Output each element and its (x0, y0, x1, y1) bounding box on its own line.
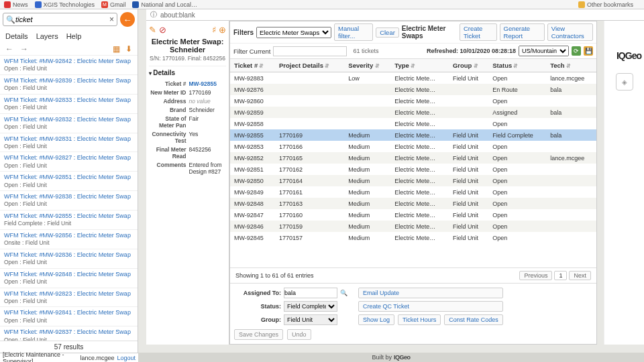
link-icon[interactable]: ♯ (212, 25, 216, 35)
table-row[interactable]: MW-928511770162MediumElectric Mete…Field… (230, 164, 596, 175)
table-row[interactable]: MW-928491770161MediumElectric Mete…Field… (230, 186, 596, 198)
save-icon[interactable]: 💾 (584, 46, 593, 56)
footer-built: Built by IQGeo (138, 353, 644, 362)
tab-layers[interactable]: Layers (36, 32, 58, 40)
table-row[interactable]: MW-928481770163MediumElectric Mete…Field… (230, 198, 596, 209)
nav-next-icon[interactable]: → (20, 44, 28, 54)
group-title: Electric Meter Swaps (402, 25, 454, 40)
bookmarks-bar: News XGIS Technologies MGmail National a… (0, 0, 644, 9)
table-row[interactable]: MW-928521770165MediumElectric Mete…Field… (230, 152, 596, 164)
detail-title-2: Schneider (149, 46, 226, 54)
result-item[interactable]: WFM Ticket: #MW-92827 : Electric Meter S… (0, 152, 138, 171)
result-item[interactable]: WFM Ticket: #MW-92838 : Electric Meter S… (0, 190, 138, 210)
show-log-button[interactable]: Show Log (358, 314, 394, 325)
table-row[interactable]: MW-92860Electric Mete…Open (230, 95, 596, 107)
clear-search-icon[interactable]: × (109, 15, 114, 24)
result-item[interactable]: WFM Ticket: #MW-92856 : Electric Meter S… (0, 229, 138, 249)
showing-text: Showing 1 to 61 of 61 entries (235, 272, 314, 279)
detail-serial: S/N: 1770169. Final: 8452256 (149, 54, 226, 66)
create-ticket-button[interactable]: Create Ticket (460, 23, 497, 41)
detail-section-header[interactable]: Details (149, 69, 226, 76)
ticket-hours-button[interactable]: Ticket Hours (398, 314, 441, 325)
table-row[interactable]: MW-928531770166MediumElectric Mete…Field… (230, 141, 596, 152)
result-item[interactable]: WFM Ticket: #MW-92831 : Electric Meter S… (0, 133, 138, 152)
result-item[interactable]: WFM Ticket: #MW-92833 : Electric Meter S… (0, 94, 138, 113)
detail-panel: ✎ ⊘ ♯ ⊕ Electric Meter Swap: Schneider S… (146, 21, 229, 345)
column-header[interactable]: Ticket # (230, 59, 275, 72)
bookmark-item[interactable]: News (4, 1, 28, 8)
search-icon[interactable]: 🔍 (340, 290, 347, 296)
filter-select[interactable]: Electric Meter Swaps (256, 27, 331, 38)
column-header[interactable]: Project Details (275, 59, 344, 72)
column-header[interactable]: Group (449, 59, 488, 72)
result-item[interactable]: WFM Ticket: #MW-92855 : Electric Meter S… (0, 210, 138, 229)
result-item[interactable]: WFM Ticket: #MW-92832 : Electric Meter S… (0, 113, 138, 133)
tab-help[interactable]: Help (66, 32, 82, 40)
email-update-button[interactable]: Email Update (358, 288, 503, 298)
grid-icon[interactable]: ▦ (113, 44, 120, 54)
table-row[interactable]: MW-928471770160MediumElectric Mete…Field… (230, 209, 596, 221)
table-row[interactable]: MW-928451770157MediumElectric Mete…Field… (230, 232, 596, 243)
table-row[interactable]: MW-92876Electric Mete…En Routebala (230, 84, 596, 95)
download-icon[interactable]: ⬇ (125, 44, 132, 54)
sidebar-tabs: Details Layers Help (0, 29, 138, 43)
other-bookmarks[interactable]: Other bookmarks (578, 1, 633, 8)
back-button[interactable]: ← (120, 12, 135, 27)
results-list: WFM Ticket: #MW-92842 : Electric Meter S… (0, 55, 138, 341)
status-select[interactable]: Field Complete (284, 301, 337, 312)
nav-prev-icon[interactable]: ← (5, 44, 13, 54)
tz-select[interactable]: US/Mountain (519, 46, 569, 56)
bookmark-item[interactable]: National and Local… (132, 1, 197, 8)
generate-report-button[interactable]: Generate Report (500, 23, 545, 41)
manual-filter-button[interactable]: Manual filter... (334, 23, 373, 41)
tickets-grid: Ticket #Project DetailsSeverityTypeGroup… (230, 59, 596, 267)
result-item[interactable]: WFM Ticket: #MW-92848 : Electric Meter S… (0, 268, 138, 288)
undo-button[interactable]: Undo (287, 329, 311, 340)
edit-icon[interactable]: ✎ (149, 25, 156, 35)
target-icon[interactable]: ⊕ (219, 25, 226, 35)
next-page-button[interactable]: Next (569, 271, 591, 280)
result-item[interactable]: WFM Ticket: #MW-92836 : Electric Meter S… (0, 249, 138, 268)
page-number[interactable]: 1 (554, 271, 567, 280)
table-row[interactable]: MW-92883LowElectric Mete…Field UnitOpenl… (230, 72, 596, 84)
result-item[interactable]: WFM Ticket: #MW-92823 : Electric Meter S… (0, 288, 138, 307)
right-rail: IQGeo ◈ (604, 21, 644, 345)
layers-icon[interactable]: ◈ (616, 73, 633, 90)
column-header[interactable]: Type (390, 59, 449, 72)
column-header[interactable]: Tech (546, 59, 596, 72)
column-header[interactable]: Severity (344, 59, 390, 72)
result-item[interactable]: WFM Ticket: #MW-92851 : Electric Meter S… (0, 171, 138, 190)
save-changes-button[interactable]: Save Changes (234, 329, 283, 340)
table-row[interactable]: MW-928551770169MediumElectric Mete…Field… (230, 129, 596, 141)
result-item[interactable]: WFM Ticket: #MW-92842 : Electric Meter S… (0, 55, 138, 74)
result-item[interactable]: WFM Ticket: #MW-92839 : Electric Meter S… (0, 74, 138, 94)
address-bar: ⓘabout:blank (146, 9, 644, 21)
map-credit: Map data ©2020 Terms of Use (531, 345, 604, 351)
ticket-count: 61 tickets (353, 48, 378, 54)
prev-page-button[interactable]: Previous (519, 271, 552, 280)
table-row[interactable]: MW-92859Electric Mete…Assignedbala (230, 107, 596, 118)
table-row[interactable]: MW-928501770164MediumElectric Mete…Field… (230, 175, 596, 186)
tab-details[interactable]: Details (5, 32, 28, 40)
create-qc-button[interactable]: Create QC Ticket (358, 301, 503, 312)
sidebar: 🔍 × ← Details Layers Help ←→ ▦⬇ WFM Tick… (0, 9, 138, 353)
table-row[interactable]: MW-92858Electric Mete…Open (230, 118, 596, 129)
const-rate-codes-button[interactable]: Const Rate Codes (444, 314, 503, 325)
logout-link[interactable]: Logout (117, 355, 136, 361)
result-item[interactable]: WFM Ticket: #MW-92841 : Electric Meter S… (0, 306, 138, 326)
column-header[interactable]: Status (488, 59, 546, 72)
table-row[interactable]: MW-928461770159MediumElectric Mete…Field… (230, 221, 596, 232)
search-input[interactable]: 🔍 × (3, 13, 117, 26)
bookmark-item[interactable]: XGIS Technologies (35, 1, 95, 8)
tickets-panel: Filters Electric Meter Swaps Manual filt… (229, 21, 597, 345)
user-footer: [Electric Maintenance - Supervisor] lanc… (0, 353, 138, 362)
group-select[interactable]: Field Unit (284, 314, 337, 325)
assigned-to-input[interactable] (284, 288, 337, 298)
refresh-icon[interactable]: ⟳ (572, 46, 581, 56)
clear-filter-button[interactable]: Clear (376, 27, 399, 38)
result-item[interactable]: WFM Ticket: #MW-92837 : Electric Meter S… (0, 326, 138, 341)
cancel-icon[interactable]: ⊘ (159, 25, 166, 35)
bookmark-item[interactable]: MGmail (101, 1, 126, 8)
filter-current-input[interactable] (273, 46, 347, 56)
view-contractors-button[interactable]: View Contractors (547, 23, 593, 41)
